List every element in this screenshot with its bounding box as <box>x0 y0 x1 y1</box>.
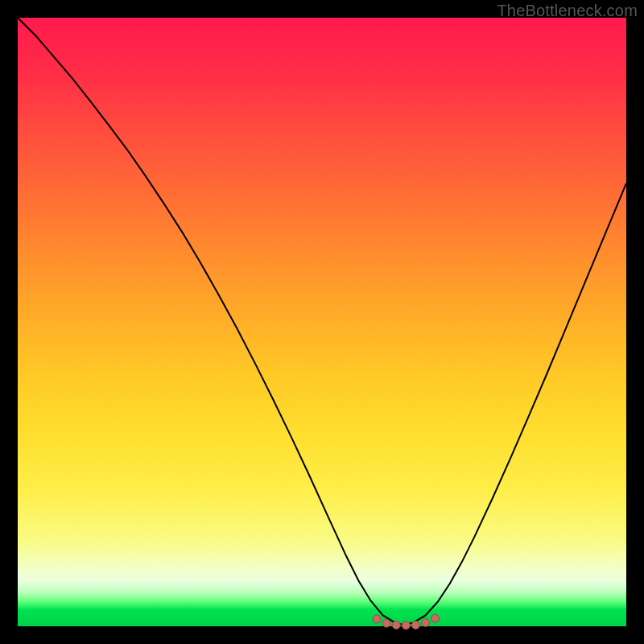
trough-marker <box>431 614 440 622</box>
curve-layer <box>18 18 626 626</box>
trough-marker <box>422 618 430 626</box>
trough-marker <box>392 621 400 629</box>
chart-frame: TheBottleneck.com <box>0 0 644 644</box>
trough-marker <box>402 621 410 630</box>
trough-marker <box>411 621 419 629</box>
watermark-text: TheBottleneck.com <box>497 2 638 20</box>
trough-marker-group <box>373 614 440 630</box>
trough-marker <box>373 615 381 623</box>
trough-marker <box>382 619 390 627</box>
bottleneck-curve <box>18 18 626 625</box>
